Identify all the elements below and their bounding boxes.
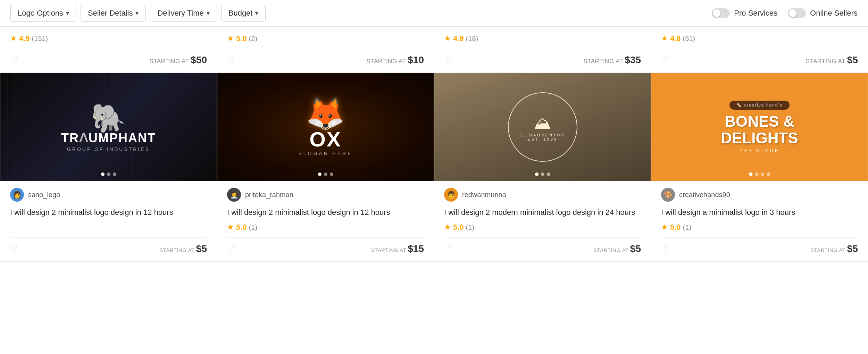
price-area: STARTING AT $50 [149, 54, 207, 66]
heart-icon[interactable]: ♡ [661, 55, 669, 65]
online-sellers-toggle[interactable] [788, 8, 806, 18]
image-dots [535, 172, 550, 176]
fox-icon: 🦊 [298, 98, 352, 129]
card-image-1: 🐘 TRɅUMPHANT GROUP OF INDUSTRIES [0, 73, 217, 181]
price-area: STARTING AT $5 [806, 54, 858, 66]
rating-value: 4.9 [453, 34, 464, 43]
gig-card-1[interactable]: 🐘 TRɅUMPHANT GROUP OF INDUSTRIES 👩 sano_… [0, 73, 217, 262]
price-value: $5 [847, 54, 858, 65]
card-body-2: 👩‍💼 priteka_rahman I will design 2 minim… [217, 181, 434, 261]
star-icon: ★ [661, 34, 668, 43]
online-sellers-label: Online Sellers [810, 9, 858, 18]
avatar: 👨 [444, 188, 458, 202]
card-footer: ♡ STARTING AT $5 [444, 237, 641, 254]
starting-at-label: STARTING AT [371, 247, 408, 253]
rating-value: 4.9 [19, 34, 30, 43]
dot-2 [324, 172, 327, 176]
dot-3 [761, 172, 764, 176]
main-cards-grid: 🐘 TRɅUMPHANT GROUP OF INDUSTRIES 👩 sano_… [0, 73, 868, 262]
starting-at-label: STARTING AT [810, 247, 847, 253]
image-dots [101, 172, 116, 176]
gig-card-4[interactable]: 🦴 creative hand's BONES &DELIGHTS PET ST… [651, 73, 868, 262]
dot-1 [749, 172, 752, 176]
rating-count: (1) [466, 224, 474, 231]
gig-card-3[interactable]: ⛰ EL BADVENTUREST. 1999 👨 redwanmunna I … [434, 73, 651, 262]
rating-count: (18) [466, 35, 478, 43]
card-title: I will design 2 modern minimalist logo d… [444, 206, 641, 218]
rating-row: ★ 4.9 (18) [444, 34, 641, 43]
seller-name: creativehands90 [679, 191, 730, 199]
seller-row: 🎨 creativehands90 [661, 188, 858, 202]
heart-icon[interactable]: ♡ [10, 244, 18, 254]
rating-count: (151) [32, 35, 48, 43]
card-title: I will design 2 minimalist logo design i… [10, 206, 207, 233]
card-title: I will design a minimalist logo in 3 hou… [661, 206, 858, 218]
price-value: $50 [191, 54, 207, 65]
price-value: $35 [625, 54, 641, 65]
dot-3 [330, 172, 333, 176]
seller-row: 👩 sano_logo [10, 188, 207, 202]
price-row: ♡ STARTING AT $35 [444, 49, 641, 66]
avatar: 👩‍💼 [227, 188, 241, 202]
rating-row: ★ 5.0 (1) [661, 223, 858, 232]
price-value: $10 [408, 54, 424, 65]
dot-4 [767, 172, 770, 176]
rating-value: 5.0 [236, 223, 247, 232]
seller-details-filter[interactable]: Seller Details ▾ [81, 5, 146, 22]
rating-count: (51) [683, 35, 695, 43]
card-footer: ♡ STARTING AT $5 [661, 237, 858, 254]
heart-icon[interactable]: ♡ [661, 244, 669, 254]
top-card-4: ★ 4.8 (51) ♡ STARTING AT $5 [651, 27, 868, 73]
card-title: I will design 2 minimalist logo design i… [227, 206, 424, 218]
chevron-icon: ▾ [66, 9, 69, 17]
star-icon: ★ [444, 34, 451, 43]
rating-count: (1) [683, 224, 691, 231]
dot-2 [541, 172, 544, 176]
heart-icon[interactable]: ♡ [227, 55, 235, 65]
budget-label: Budget [228, 9, 253, 18]
seller-name: redwanmunna [462, 191, 506, 199]
delivery-time-filter[interactable]: Delivery Time ▾ [150, 5, 217, 22]
pro-services-toggle[interactable] [712, 8, 730, 18]
gig-card-2[interactable]: 🦊 OX SLOGAN HERE 👩‍💼 priteka_rahman I wi… [217, 73, 434, 262]
dot-2 [755, 172, 758, 176]
price-area: STARTING AT $5 [810, 243, 858, 254]
logo-options-filter[interactable]: Logo Options ▾ [10, 5, 76, 22]
star-icon: ★ [227, 223, 234, 232]
card-image-4: 🦴 creative hand's BONES &DELIGHTS PET ST… [651, 73, 868, 181]
seller-details-label: Seller Details [88, 9, 133, 18]
price-area: STARTING AT $10 [366, 54, 424, 66]
heart-icon[interactable]: ♡ [444, 55, 452, 65]
delivery-time-label: Delivery Time [157, 9, 203, 18]
top-card-3: ★ 4.9 (18) ♡ STARTING AT $35 [434, 27, 651, 73]
dot-3 [113, 172, 116, 176]
top-row-cards: ★ 4.9 (151) ♡ STARTING AT $50 ★ 5.0 (2) … [0, 27, 868, 73]
seller-row: 👨 redwanmunna [444, 188, 641, 202]
rating-row: ★ 5.0 (2) [227, 34, 424, 43]
chevron-icon: ▾ [255, 9, 258, 17]
starting-at-label: STARTING AT [583, 58, 625, 65]
starting-at-label: STARTING AT [366, 58, 408, 65]
avatar: 🎨 [661, 188, 675, 202]
budget-filter[interactable]: Budget ▾ [221, 5, 266, 22]
chevron-icon: ▾ [135, 9, 139, 17]
price-amount: $5 [196, 243, 207, 254]
filter-bar: Logo Options ▾ Seller Details ▾ Delivery… [0, 0, 868, 27]
online-sellers-toggle-group: Online Sellers [788, 8, 858, 18]
heart-icon[interactable]: ♡ [444, 244, 452, 254]
mountain-icon: ⛰ [534, 113, 551, 133]
star-icon: ★ [661, 223, 668, 232]
image-dots [749, 172, 770, 176]
top-card-2: ★ 5.0 (2) ♡ STARTING AT $10 [217, 27, 434, 73]
heart-icon[interactable]: ♡ [227, 244, 235, 254]
star-icon: ★ [444, 223, 451, 232]
price-area: STARTING AT $5 [593, 243, 641, 254]
card-body-1: 👩 sano_logo I will design 2 minimalist l… [0, 181, 217, 261]
card-image-2: 🦊 OX SLOGAN HERE [217, 73, 434, 181]
price-area: STARTING AT $35 [583, 54, 641, 66]
filter-bar-right: Pro Services Online Sellers [712, 8, 858, 18]
heart-icon[interactable]: ♡ [10, 55, 18, 65]
price-row: ♡ STARTING AT $10 [227, 49, 424, 66]
dot-2 [107, 172, 110, 176]
price-row: ♡ STARTING AT $5 [661, 49, 858, 66]
